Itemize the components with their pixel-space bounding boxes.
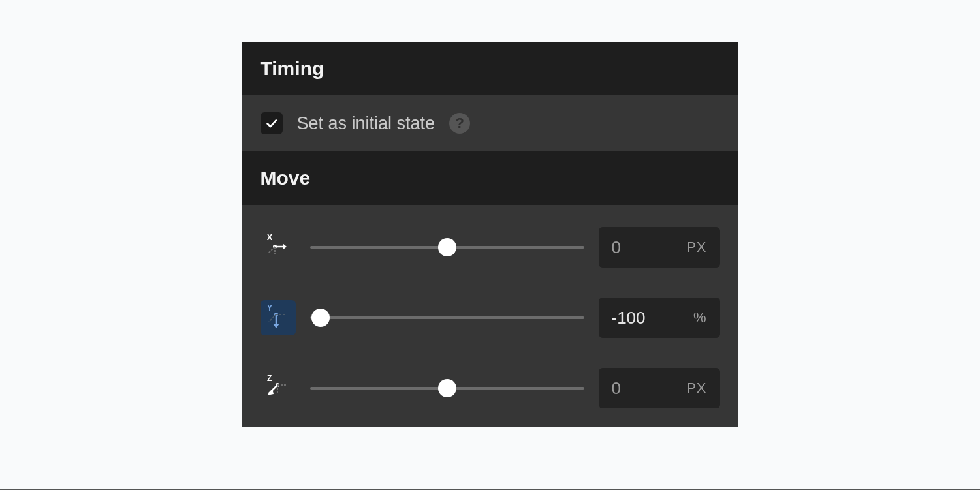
svg-text:X: X	[267, 233, 272, 242]
svg-text:Y: Y	[267, 303, 272, 313]
move-title: Move	[261, 167, 311, 189]
value-input-y[interactable]: -100	[612, 308, 646, 328]
value-box-x: 0 PX	[599, 227, 720, 268]
unit-selector-y[interactable]: %	[693, 309, 707, 326]
move-body: X 0 PX Y	[242, 205, 738, 427]
slider-z[interactable]	[310, 378, 584, 398]
interactions-panel: Timing Set as initial state ? Move X	[242, 42, 738, 427]
slider-x[interactable]	[310, 237, 584, 257]
slider-y[interactable]	[310, 308, 584, 328]
svg-line-4	[268, 247, 275, 253]
unit-selector-z[interactable]: PX	[686, 380, 706, 397]
slider-thumb-x[interactable]	[438, 238, 456, 256]
check-icon	[264, 116, 279, 130]
move-y-icon[interactable]: Y	[261, 300, 296, 335]
value-box-z: 0 PX	[599, 368, 720, 408]
slider-thumb-z[interactable]	[438, 379, 456, 397]
slider-track	[310, 316, 584, 319]
slider-thumb-y[interactable]	[311, 309, 330, 327]
unit-selector-x[interactable]: PX	[686, 239, 706, 256]
initial-state-row: Set as initial state ?	[242, 95, 738, 151]
timing-title: Timing	[261, 57, 324, 79]
axis-row-z: Z 0 PX	[261, 368, 720, 408]
axis-row-y: Y -100 %	[261, 298, 720, 338]
svg-text:Z: Z	[267, 374, 272, 383]
value-box-y: -100 %	[599, 298, 720, 338]
initial-state-label: Set as initial state	[297, 114, 435, 134]
section-header-move: Move	[242, 151, 738, 205]
svg-line-9	[269, 314, 276, 322]
move-z-icon[interactable]: Z	[261, 371, 296, 406]
value-input-z[interactable]: 0	[612, 378, 621, 399]
axis-row-x: X 0 PX	[261, 227, 720, 268]
help-icon[interactable]: ?	[449, 113, 470, 134]
section-header-timing: Timing	[242, 42, 738, 95]
value-input-x[interactable]: 0	[612, 237, 621, 258]
initial-state-checkbox[interactable]	[261, 112, 283, 134]
move-x-icon[interactable]: X	[261, 230, 296, 265]
